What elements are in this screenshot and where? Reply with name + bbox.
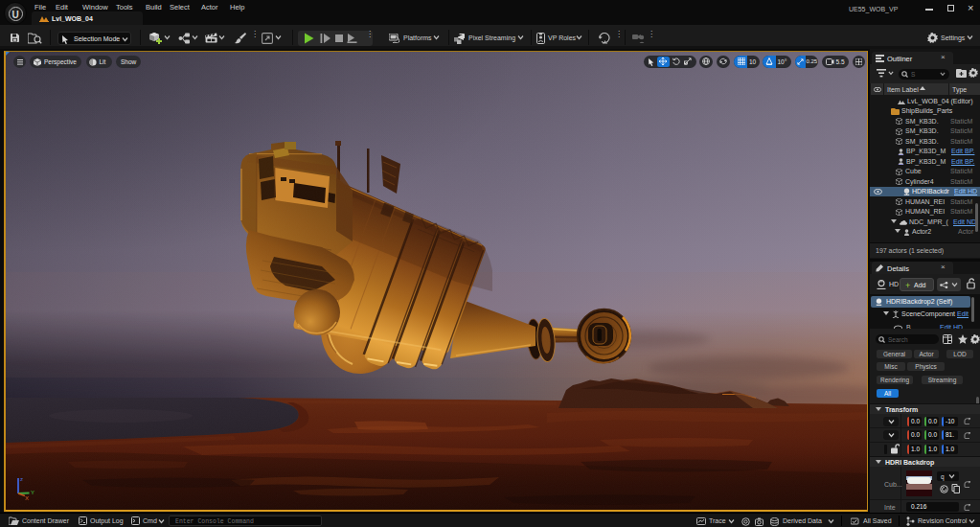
svg-text:X: X xyxy=(25,495,29,500)
svg-text:Y: Y xyxy=(31,490,34,495)
svg-text:z: z xyxy=(20,476,23,482)
